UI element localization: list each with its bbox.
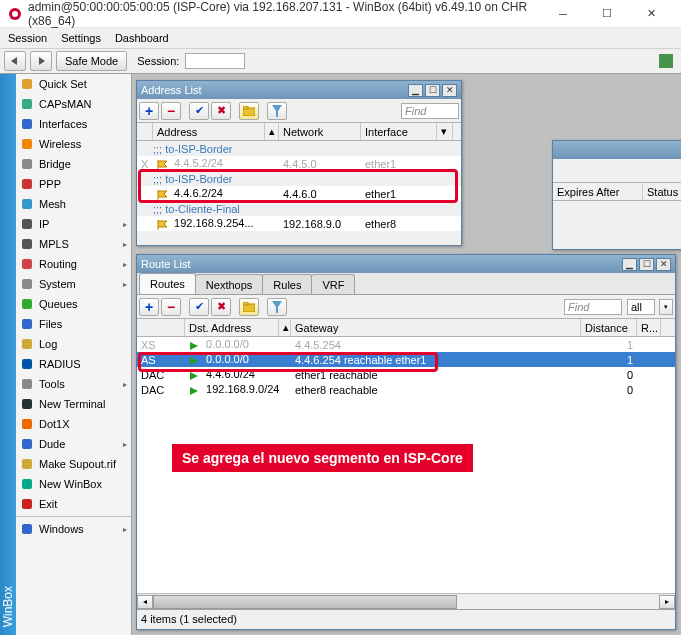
addr-add-button[interactable]: + — [139, 102, 159, 120]
sidebar-item-mesh[interactable]: Mesh — [16, 194, 131, 214]
sidebar-item-exit[interactable]: Exit — [16, 494, 131, 514]
sidebar-item-wireless[interactable]: Wireless — [16, 134, 131, 154]
menu-settings[interactable]: Settings — [61, 32, 101, 44]
sidebar: Quick SetCAPsMANInterfacesWirelessBridge… — [16, 74, 132, 635]
route-disable-button[interactable]: ✖ — [211, 298, 231, 316]
session-input[interactable] — [185, 53, 245, 69]
sidebar-item-ip[interactable]: IP▸ — [16, 214, 131, 234]
address-comment-row[interactable]: ;;; to-Cliente-Final — [137, 201, 461, 216]
sidebar-item-windows[interactable]: Windows▸ — [16, 519, 131, 539]
sidebar-item-queues[interactable]: Queues — [16, 294, 131, 314]
address-row[interactable]: 4.4.6.2/244.4.6.0ether1 — [137, 186, 461, 201]
bgwin-col-expires[interactable]: Expires After — [553, 183, 643, 200]
chevron-right-icon: ▸ — [123, 280, 127, 289]
tab-nexthops[interactable]: Nexthops — [195, 274, 263, 294]
menu-dashboard[interactable]: Dashboard — [115, 32, 169, 44]
addr-col-interface[interactable]: Interface — [361, 123, 437, 140]
addr-remove-button[interactable]: − — [161, 102, 181, 120]
undo-button[interactable] — [4, 51, 26, 71]
sidebar-item-radius[interactable]: RADIUS — [16, 354, 131, 374]
addr-find-input[interactable]: Find — [401, 103, 459, 119]
maximize-button[interactable]: ☐ — [585, 0, 629, 28]
scroll-thumb[interactable] — [153, 595, 457, 609]
address-row[interactable]: X 4.4.5.2/244.4.5.0ether1 — [137, 156, 461, 171]
winbox-tab: WinBox — [0, 74, 16, 635]
sidebar-item-capsman[interactable]: CAPsMAN — [16, 94, 131, 114]
route-row[interactable]: DAC 192.168.9.0/24ether8 reachable0 — [137, 382, 675, 397]
sidebar-item-dot1x[interactable]: Dot1X — [16, 414, 131, 434]
sidebar-item-interfaces[interactable]: Interfaces — [16, 114, 131, 134]
route-row[interactable]: DAC 4.4.6.0/24ether1 reachable0 — [137, 367, 675, 382]
tab-rules[interactable]: Rules — [262, 274, 312, 294]
sidebar-item-log[interactable]: Log — [16, 334, 131, 354]
redo-button[interactable] — [30, 51, 52, 71]
route-col-distance[interactable]: Distance — [581, 319, 637, 336]
sidebar-item-quick-set[interactable]: Quick Set — [16, 74, 131, 94]
route-all-drop[interactable]: ▾ — [659, 299, 673, 315]
route-close-button[interactable]: ✕ — [656, 258, 671, 271]
iface-icon — [20, 117, 34, 131]
address-list-body[interactable]: ;;; to-ISP-BorderX 4.4.5.2/244.4.5.0ethe… — [137, 141, 461, 231]
addr-col-flag[interactable] — [137, 123, 153, 140]
addr-col-sort-icon[interactable]: ▴ — [265, 123, 279, 140]
addr-min-button[interactable]: ▁ — [408, 84, 423, 97]
route-list-window[interactable]: Route List ▁ ☐ ✕ Routes Nexthops Rules V… — [136, 254, 676, 630]
addr-filter-button[interactable] — [267, 102, 287, 120]
sidebar-item-system[interactable]: System▸ — [16, 274, 131, 294]
background-window[interactable]: ▁ ☐ ✕ Find Expires After Status ▾ — [552, 140, 681, 250]
sidebar-item-files[interactable]: Files — [16, 314, 131, 334]
address-list-window[interactable]: Address List ▁ ☐ ✕ + − ✔ ✖ F — [136, 80, 462, 246]
address-comment-row[interactable]: ;;; to-ISP-Border — [137, 171, 461, 186]
close-button[interactable]: ✕ — [629, 0, 673, 28]
route-add-button[interactable]: + — [139, 298, 159, 316]
addr-comment-button[interactable] — [239, 102, 259, 120]
bgwin-col-status[interactable]: Status — [643, 183, 681, 200]
sidebar-item-tools[interactable]: Tools▸ — [16, 374, 131, 394]
sidebar-item-make-supout-rif[interactable]: Make Supout.rif — [16, 454, 131, 474]
safe-mode-button[interactable]: Safe Mode — [56, 51, 127, 71]
addr-disable-button[interactable]: ✖ — [211, 102, 231, 120]
addr-close-button[interactable]: ✕ — [442, 84, 457, 97]
chevron-right-icon: ▸ — [123, 440, 127, 449]
route-comment-button[interactable] — [239, 298, 259, 316]
route-row[interactable]: AS 0.0.0.0/04.4.6.254 reachable ether11 — [137, 352, 675, 367]
sidebar-item-new-terminal[interactable]: New Terminal — [16, 394, 131, 414]
sidebar-item-ppp[interactable]: PPP — [16, 174, 131, 194]
route-col-dst[interactable]: Dst. Address — [185, 319, 279, 336]
tab-vrf[interactable]: VRF — [311, 274, 355, 294]
route-find-input[interactable]: Find — [564, 299, 622, 315]
sidebar-item-new-winbox[interactable]: New WinBox — [16, 474, 131, 494]
sidebar-item-label: RADIUS — [39, 358, 127, 370]
sidebar-item-bridge[interactable]: Bridge — [16, 154, 131, 174]
route-filter-button[interactable] — [267, 298, 287, 316]
addr-col-drop[interactable]: ▾ — [437, 123, 453, 140]
sidebar-item-label: Queues — [39, 298, 127, 310]
address-row[interactable]: 192.168.9.254...192.168.9.0ether8 — [137, 216, 461, 231]
sidebar-item-mpls[interactable]: MPLS▸ — [16, 234, 131, 254]
route-col-r[interactable]: R... — [637, 319, 661, 336]
route-col-sort-icon[interactable]: ▴ — [279, 319, 291, 336]
route-hscroll[interactable]: ◂ ▸ — [137, 593, 675, 609]
route-enable-button[interactable]: ✔ — [189, 298, 209, 316]
route-col-gateway[interactable]: Gateway — [291, 319, 581, 336]
sidebar-item-routing[interactable]: Routing▸ — [16, 254, 131, 274]
route-min-button[interactable]: ▁ — [622, 258, 637, 271]
addr-col-network[interactable]: Network — [279, 123, 361, 140]
log-icon — [20, 337, 34, 351]
route-col-flag[interactable] — [137, 319, 185, 336]
minimize-button[interactable]: ─ — [541, 0, 585, 28]
route-row[interactable]: XS 0.0.0.0/04.4.5.2541 — [137, 337, 675, 352]
sidebar-item-dude[interactable]: Dude▸ — [16, 434, 131, 454]
addr-max-button[interactable]: ☐ — [425, 84, 440, 97]
menu-session[interactable]: Session — [8, 32, 47, 44]
route-max-button[interactable]: ☐ — [639, 258, 654, 271]
address-comment-row[interactable]: ;;; to-ISP-Border — [137, 141, 461, 156]
route-remove-button[interactable]: − — [161, 298, 181, 316]
addr-enable-button[interactable]: ✔ — [189, 102, 209, 120]
scroll-right-button[interactable]: ▸ — [659, 595, 675, 609]
route-all-select[interactable]: all — [627, 299, 655, 315]
scroll-left-button[interactable]: ◂ — [137, 595, 153, 609]
tab-routes[interactable]: Routes — [139, 273, 196, 294]
route-list-title: Route List — [141, 258, 620, 270]
addr-col-address[interactable]: Address — [153, 123, 265, 140]
